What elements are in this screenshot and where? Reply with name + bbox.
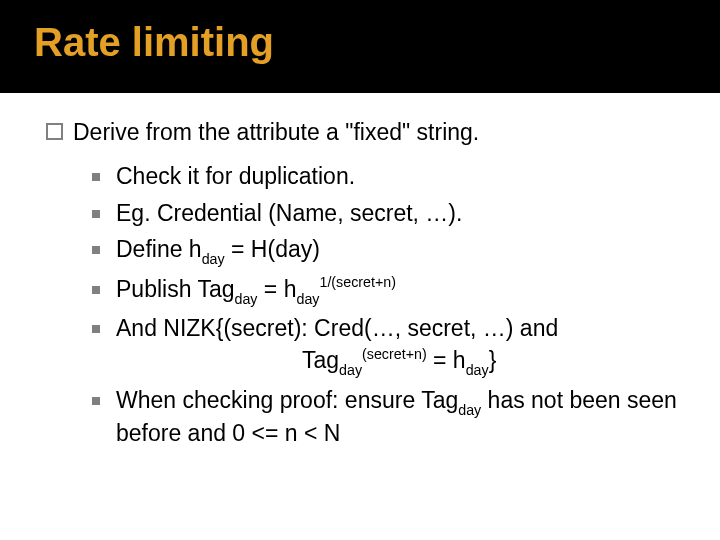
square-bullet-icon xyxy=(92,173,100,181)
main-bullet-text: Derive from the attribute a "fixed" stri… xyxy=(73,117,479,147)
slide-title: Rate limiting xyxy=(34,20,720,65)
slide-content: Derive from the attribute a "fixed" stri… xyxy=(0,93,720,448)
square-bullet-icon xyxy=(92,210,100,218)
list-item-text: Check it for duplication. xyxy=(116,161,680,191)
list-item-continuation: Tagday(secret+n) = hday} xyxy=(302,345,680,378)
list-item: And NIZK{(secret): Cred(…, secret, …) an… xyxy=(92,313,680,343)
list-item-text: When checking proof: ensure Tagday has n… xyxy=(116,385,680,449)
hollow-square-icon xyxy=(46,123,63,140)
square-bullet-icon xyxy=(92,246,100,254)
list-item-text: Publish Tagday = hday1/(secret+n) xyxy=(116,274,680,307)
list-item: Publish Tagday = hday1/(secret+n) xyxy=(92,274,680,307)
list-item-text: Define hday = H(day) xyxy=(116,234,680,267)
sub-bullet-list: Check it for duplication. Eg. Credential… xyxy=(92,161,680,448)
list-item: Eg. Credential (Name, secret, …). xyxy=(92,198,680,228)
square-bullet-icon xyxy=(92,325,100,333)
square-bullet-icon xyxy=(92,397,100,405)
list-item: Define hday = H(day) xyxy=(92,234,680,267)
main-bullet: Derive from the attribute a "fixed" stri… xyxy=(46,117,680,147)
list-item: When checking proof: ensure Tagday has n… xyxy=(92,385,680,449)
list-item-text: And NIZK{(secret): Cred(…, secret, …) an… xyxy=(116,313,680,343)
square-bullet-icon xyxy=(92,286,100,294)
title-bar: Rate limiting xyxy=(0,0,720,93)
list-item-text: Eg. Credential (Name, secret, …). xyxy=(116,198,680,228)
list-item: Check it for duplication. xyxy=(92,161,680,191)
